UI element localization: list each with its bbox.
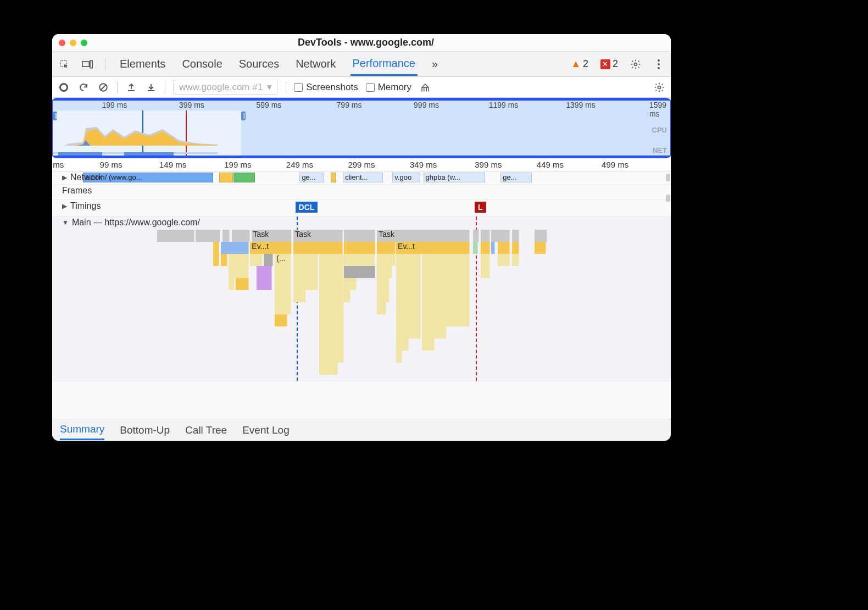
errors-badge[interactable]: ✕ 2 [600,58,618,70]
network-request-bar[interactable]: ge... [299,173,324,182]
flame-bar[interactable] [221,242,249,254]
flame-bar[interactable] [319,363,338,375]
flame-bar[interactable] [481,242,490,254]
memory-checkbox[interactable]: Memory [366,82,411,93]
warnings-badge[interactable]: ▲ 2 [571,58,588,70]
flame-bar[interactable] [293,278,318,290]
flame-bar[interactable] [512,242,520,254]
flame-bar[interactable]: Task [377,230,470,242]
timing-mark-dcl[interactable]: DCL [296,202,318,213]
reload-record-button[interactable] [77,81,90,93]
network-request-bar[interactable]: client... [343,173,383,182]
flame-bar[interactable]: Task [252,230,292,242]
inspect-element-icon[interactable] [59,59,70,69]
flame-bar[interactable] [319,339,344,351]
flame-bar[interactable] [229,266,249,278]
flame-bar[interactable] [422,266,470,278]
flame-bar[interactable] [535,230,547,242]
flame-bar[interactable] [264,254,273,266]
flame-bar[interactable] [481,230,490,242]
network-request-bar[interactable] [219,173,233,182]
disclosure-triangle-open-icon[interactable]: ▼ [62,219,69,226]
clear-button[interactable] [97,81,109,93]
record-button[interactable] [58,81,70,93]
flame-bar[interactable] [396,339,409,351]
flame-bar[interactable] [293,254,318,266]
flame-bar[interactable] [344,278,357,290]
tab-call-tree[interactable]: Call Tree [185,421,227,440]
main-track-label[interactable]: ▼ Main — https://www.google.com/ [62,218,200,228]
tab-network[interactable]: Network [293,53,338,75]
network-request-bar[interactable] [331,173,336,182]
capture-settings-gear-icon[interactable] [653,81,665,93]
network-track-label[interactable]: ▶ Network [62,173,103,182]
detail-ruler[interactable]: ms99 ms149 ms199 ms249 ms299 ms349 ms399… [52,158,671,171]
overview-body[interactable]: CPU NET [53,110,670,156]
upload-profile-icon[interactable] [125,81,137,93]
flame-bar[interactable] [293,242,343,254]
timings-track-label[interactable]: ▶ Timings [62,201,101,211]
flame-bar[interactable] [196,230,220,242]
flame-bar[interactable] [257,266,272,278]
flame-bar[interactable] [319,266,344,278]
flame-bar[interactable] [250,254,263,266]
overview-handle-right[interactable] [241,112,246,120]
tab-summary[interactable]: Summary [60,420,104,440]
settings-gear-icon[interactable] [630,59,641,70]
flame-bar[interactable] [498,242,510,254]
flame-bar[interactable] [396,266,421,278]
flame-bar[interactable] [396,254,421,266]
flame-bar[interactable] [344,242,375,254]
flame-bar[interactable] [236,278,249,290]
flame-bar[interactable] [213,242,219,254]
flame-bar[interactable] [319,290,344,302]
flame-bar[interactable] [377,242,396,254]
flame-bar[interactable] [344,266,375,278]
flame-bar[interactable] [344,230,375,242]
network-request-bar[interactable]: v.goo [392,173,420,182]
flame-bar[interactable]: (... [275,254,291,266]
scrollbar-thumb[interactable] [666,174,670,181]
flame-bar[interactable] [512,254,520,266]
flame-chart[interactable]: TaskTaskTaskEv...tEv...t(... [52,230,671,381]
recording-select[interactable]: www.google.com #1 ▾ [173,80,278,95]
flame-bar[interactable] [396,290,421,302]
flame-bar[interactable] [293,266,318,278]
frames-track[interactable]: Frames [52,185,671,200]
flame-bar[interactable] [157,230,194,242]
flame-bar[interactable] [512,230,520,242]
flame-bar[interactable] [344,254,375,266]
tab-bottom-up[interactable]: Bottom-Up [120,421,170,440]
flame-bar[interactable] [213,254,219,266]
flame-bar[interactable] [422,339,435,351]
flame-bar[interactable] [344,290,350,302]
flame-bar[interactable] [396,302,421,314]
flame-bar[interactable] [481,254,490,266]
flame-bar[interactable] [481,266,490,278]
tab-sources[interactable]: Sources [237,53,281,75]
kebab-menu-icon[interactable] [653,59,664,70]
network-request-bar[interactable] [233,173,255,182]
disclosure-triangle-icon[interactable]: ▶ [62,202,67,210]
overview-timeline[interactable]: 199 ms399 ms599 ms799 ms999 ms1199 ms139… [53,101,670,156]
flame-bar[interactable] [293,290,306,302]
flame-bar[interactable] [319,314,344,326]
screenshots-checkbox-input[interactable] [294,83,303,92]
flame-bar[interactable] [319,302,344,314]
flame-bar[interactable] [422,314,470,326]
flame-bar[interactable] [222,230,230,242]
flame-bar[interactable] [535,242,546,254]
flame-bar[interactable] [377,278,390,290]
flame-bar[interactable] [275,278,291,290]
flame-bar[interactable] [422,254,470,266]
flame-bar[interactable] [221,254,227,266]
flame-bar[interactable] [275,302,291,314]
device-toolbar-icon[interactable] [82,60,93,69]
flame-bar[interactable] [377,254,396,266]
flame-bar[interactable] [319,326,344,339]
tab-event-log[interactable]: Event Log [242,421,290,440]
flame-bar[interactable] [396,278,421,290]
flame-bar[interactable] [275,290,291,302]
flame-bar[interactable] [232,230,251,242]
flame-bar[interactable] [498,254,510,266]
